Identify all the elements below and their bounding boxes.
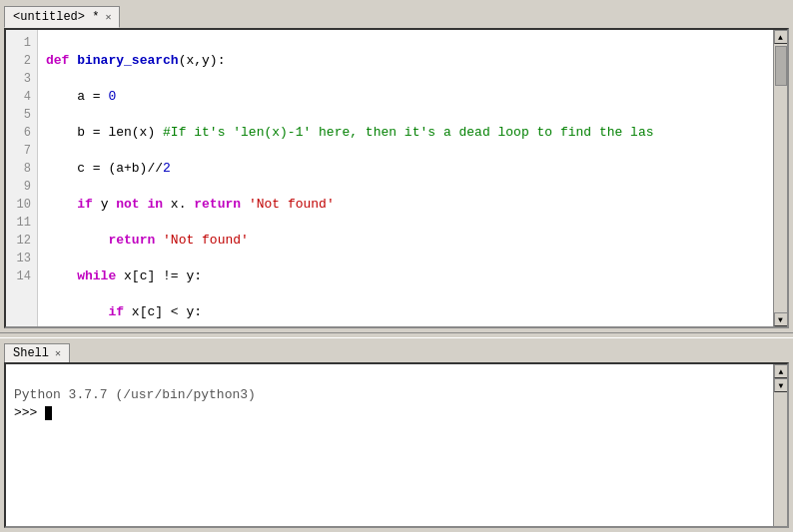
code-line: while x[c] != y: xyxy=(46,267,765,285)
shell-scroll-up-btn[interactable]: ▲ xyxy=(774,364,788,378)
scrollbar-down-btn[interactable]: ▼ xyxy=(774,312,788,326)
shell-section: Shell ✕ Python 3.7.7 (/usr/bin/python3) … xyxy=(4,338,789,528)
shell-tab-close[interactable]: ✕ xyxy=(55,347,61,359)
shell-content[interactable]: Python 3.7.7 (/usr/bin/python3) >>> xyxy=(6,364,773,526)
code-line: def binary_search(x,y): xyxy=(46,52,765,70)
python-version: Python 3.7.7 (/usr/bin/python3) xyxy=(14,387,256,402)
line-num: 7 xyxy=(10,142,31,160)
line-num: 2 xyxy=(10,52,31,70)
cursor xyxy=(45,406,52,420)
line-num: 14 xyxy=(10,267,31,285)
main-container: <untitled> * ✕ 1 2 3 4 5 6 7 8 9 10 11 1… xyxy=(0,0,793,532)
code-line: c = (a+b)//2 xyxy=(46,160,765,178)
editor-tab-close[interactable]: ✕ xyxy=(105,11,111,23)
line-num: 9 xyxy=(10,178,31,196)
editor-tab-bar: <untitled> * ✕ xyxy=(0,0,793,28)
line-num: 13 xyxy=(10,250,31,267)
editor-pane: 1 2 3 4 5 6 7 8 9 10 11 12 13 14 def bin… xyxy=(4,28,789,328)
scrollbar-thumb[interactable] xyxy=(775,46,787,86)
code-line: a = 0 xyxy=(46,88,765,106)
shell-prompt: >>> xyxy=(14,405,52,420)
editor-tab[interactable]: <untitled> * ✕ xyxy=(4,6,120,28)
editor-tab-label: <untitled> * xyxy=(13,10,99,24)
shell-tab-bar: Shell ✕ xyxy=(4,338,789,362)
scrollbar-up-btn[interactable]: ▲ xyxy=(774,30,788,44)
code-line: b = len(x) #If it's 'len(x)-1' here, the… xyxy=(46,124,765,142)
line-num: 4 xyxy=(10,88,31,106)
line-num: 3 xyxy=(10,70,31,88)
editor-content: 1 2 3 4 5 6 7 8 9 10 11 12 13 14 def bin… xyxy=(6,30,787,326)
code-area[interactable]: def binary_search(x,y): a = 0 b = len(x)… xyxy=(38,30,773,326)
code-line: if y not in x. return 'Not found' xyxy=(46,196,765,214)
line-num: 8 xyxy=(10,160,31,178)
shell-scrollbar: ▲ ▼ xyxy=(773,364,787,526)
line-num: 6 xyxy=(10,124,31,142)
line-num: 1 xyxy=(10,34,31,52)
editor-scrollbar: ▲ ▼ xyxy=(773,30,787,326)
code-line: if x[c] < y: xyxy=(46,303,765,321)
shell-tab[interactable]: Shell ✕ xyxy=(4,343,70,363)
line-num: 10 xyxy=(10,196,31,214)
shell-tab-label: Shell xyxy=(13,346,49,360)
shell-pane: Python 3.7.7 (/usr/bin/python3) >>> ▲ ▼ xyxy=(4,362,789,528)
line-num: 12 xyxy=(10,232,31,250)
shell-scroll-down-btn[interactable]: ▼ xyxy=(774,378,788,392)
code-line: return 'Not found' xyxy=(46,232,765,250)
line-num: 11 xyxy=(10,214,31,232)
line-numbers: 1 2 3 4 5 6 7 8 9 10 11 12 13 14 xyxy=(6,30,38,326)
line-num: 5 xyxy=(10,106,31,124)
